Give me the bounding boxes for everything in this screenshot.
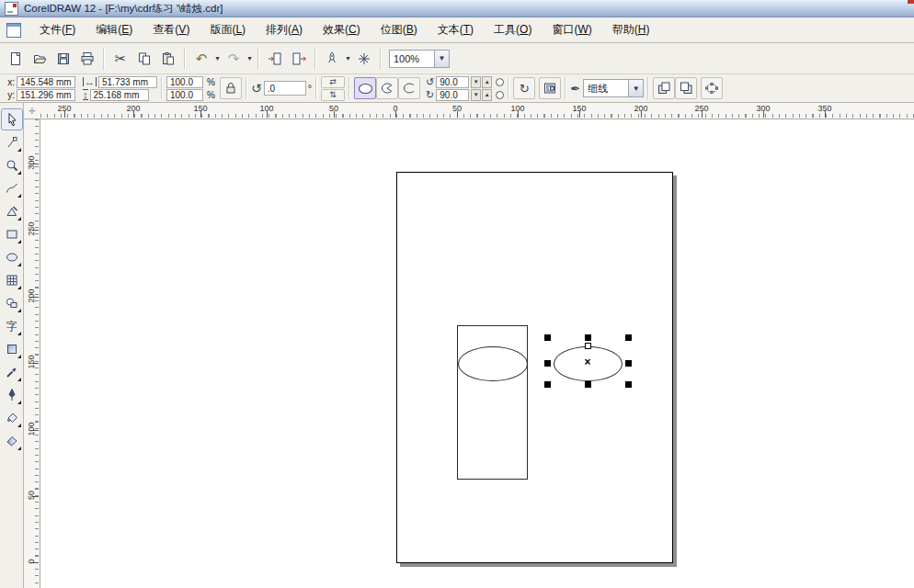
object-width-field[interactable]: 51.733 mm xyxy=(98,76,157,88)
selection-handle[interactable] xyxy=(625,334,632,341)
flyout-arrow xyxy=(17,148,21,152)
smart-drawing-tool-button[interactable] xyxy=(1,200,23,222)
print-button[interactable] xyxy=(75,47,99,71)
zoom-dropdown-icon[interactable]: ▼ xyxy=(434,51,449,67)
redo-dropdown-icon[interactable]: ▾ xyxy=(246,48,254,70)
graph-paper-tool-button[interactable] xyxy=(1,269,23,291)
cut-button[interactable]: ✂ xyxy=(109,47,132,71)
flyout-arrow xyxy=(17,378,21,381)
pie-mode-button[interactable] xyxy=(376,77,398,99)
ellipse-node[interactable] xyxy=(585,343,591,349)
convert-to-curves-button[interactable] xyxy=(701,77,723,99)
drawing-canvas[interactable]: × xyxy=(40,119,914,588)
end-angle-spin-up[interactable]: ▲ xyxy=(482,89,492,101)
selection-handle[interactable] xyxy=(625,381,632,388)
export-button[interactable] xyxy=(287,47,311,71)
rotation-angle-field[interactable]: .0 xyxy=(264,81,306,96)
eyedropper-tool-button[interactable] xyxy=(1,361,23,383)
undo-dropdown-icon[interactable]: ▾ xyxy=(213,48,222,70)
coreldraw-window: CorelDRAW 12 - [F:\my\cdr练习 '\蜡烛.cdr] 文件… xyxy=(0,0,914,588)
menu-f[interactable]: 文件(F) xyxy=(29,18,86,41)
scale-h-field[interactable]: 100.0 xyxy=(166,76,203,88)
wrap-paragraph-text-button[interactable] xyxy=(539,77,561,99)
text-wrap-icon xyxy=(543,81,557,96)
selection-handle[interactable] xyxy=(585,334,591,341)
paste-button[interactable] xyxy=(156,47,180,71)
menu-e[interactable]: 编辑(E) xyxy=(86,18,143,41)
interactive-fill-tool-button[interactable] xyxy=(1,430,23,452)
menu-h[interactable]: 帮助(H) xyxy=(602,18,660,41)
scale-v-field[interactable]: 100.0 xyxy=(166,89,203,101)
hruler-label: 100 xyxy=(255,104,279,113)
rectangle-tool-button[interactable] xyxy=(1,223,23,245)
text-tool-button[interactable]: 字 xyxy=(1,315,23,337)
hruler-label: 350 xyxy=(813,104,837,113)
width-icon: ↔ xyxy=(83,77,97,86)
degree-sign: ° xyxy=(308,83,312,94)
nonproportional-scale-lock-button[interactable] xyxy=(220,77,242,99)
menu-l[interactable]: 版面(L) xyxy=(200,18,256,41)
zoom-level-combo[interactable]: 100% ▼ xyxy=(389,50,450,68)
ruler-origin[interactable]: ✛ xyxy=(24,103,40,119)
y-position-field[interactable]: 151.296 mm xyxy=(17,89,75,101)
end-angle-spin-down[interactable]: ▼ xyxy=(471,89,481,101)
application-launcher-button[interactable] xyxy=(320,47,344,71)
ellipse-mode-button[interactable] xyxy=(354,77,376,99)
selection-handle[interactable] xyxy=(544,334,551,341)
selection-handle[interactable] xyxy=(585,381,591,388)
freehand-tool-button[interactable] xyxy=(1,177,23,199)
corel-online-button[interactable] xyxy=(352,47,376,71)
start-angle-spin-up[interactable]: ▲ xyxy=(482,76,492,88)
outline-width-dropdown-icon[interactable]: ▼ xyxy=(628,80,643,96)
undo-button[interactable]: ↶ xyxy=(189,47,213,71)
mirror-vertical-button[interactable]: ⇅ xyxy=(321,89,345,101)
arc-mode-button[interactable] xyxy=(398,77,420,99)
selection-handle[interactable] xyxy=(625,360,632,367)
rotation-icon: ↺ xyxy=(251,82,262,95)
import-button[interactable] xyxy=(263,47,287,71)
candle-top-ellipse[interactable] xyxy=(458,346,528,381)
vertical-ruler[interactable]: 300250200150100500 xyxy=(24,119,40,588)
interactive-effect-tool-button[interactable] xyxy=(1,338,23,360)
x-position-field[interactable]: 145.548 mm xyxy=(17,76,75,88)
selection-handle[interactable] xyxy=(544,360,551,367)
to-back-button[interactable] xyxy=(675,77,697,99)
pick-tool-button[interactable] xyxy=(1,108,23,130)
menu-c[interactable]: 效果(C) xyxy=(313,18,371,41)
open-button[interactable] xyxy=(28,47,51,71)
standard-toolbar: ✂↶▾↷▾▾ 100% ▼ xyxy=(0,43,914,74)
menu-w[interactable]: 窗口(W) xyxy=(542,18,601,41)
menu-b[interactable]: 位图(B) xyxy=(371,18,428,41)
start-angle-field[interactable]: 90.0 xyxy=(436,76,469,88)
vruler-label: 100 xyxy=(27,417,36,441)
flyout-arrow xyxy=(17,286,21,289)
arc-direction-button[interactable]: ↻ xyxy=(513,77,535,99)
redo-button[interactable]: ↷ xyxy=(222,47,246,71)
shape-tool-button[interactable] xyxy=(1,131,23,153)
end-angle-field[interactable]: 90.0 xyxy=(436,89,469,101)
new-document-button[interactable] xyxy=(4,47,28,71)
launcher-dropdown-icon[interactable]: ▾ xyxy=(344,48,352,70)
fill-tool-button[interactable] xyxy=(1,407,23,429)
menu-t[interactable]: 文本(T) xyxy=(428,18,484,41)
close-button-edge[interactable] xyxy=(908,0,914,4)
mirror-horizontal-button[interactable]: ⇄ xyxy=(321,76,345,88)
object-height-field[interactable]: 25.168 mm xyxy=(90,89,149,101)
save-button[interactable] xyxy=(51,47,75,71)
property-bar: x: 145.548 mm y: 151.296 mm ↔ 51.733 mm … xyxy=(0,74,914,103)
horizontal-ruler[interactable]: 25020015010050050100150200250300350 xyxy=(40,103,914,119)
clockwise-toggle[interactable] xyxy=(496,78,504,86)
counterclockwise-toggle[interactable] xyxy=(496,91,504,99)
ellipse-tool-button[interactable] xyxy=(1,246,23,268)
outline-width-combo[interactable]: 细线 ▼ xyxy=(583,79,644,97)
copy-button[interactable] xyxy=(132,47,156,71)
menu-a[interactable]: 排列(A) xyxy=(256,18,313,41)
start-angle-spin-down[interactable]: ▼ xyxy=(471,76,481,88)
menu-o[interactable]: 工具(O) xyxy=(484,18,542,41)
basic-shapes-tool-button[interactable] xyxy=(1,292,23,314)
menu-v[interactable]: 查看(V) xyxy=(143,18,200,41)
outline-tool-button[interactable] xyxy=(1,384,23,406)
to-front-button[interactable] xyxy=(653,77,675,99)
zoom-tool-button[interactable] xyxy=(1,154,23,176)
selection-handle[interactable] xyxy=(544,381,551,388)
